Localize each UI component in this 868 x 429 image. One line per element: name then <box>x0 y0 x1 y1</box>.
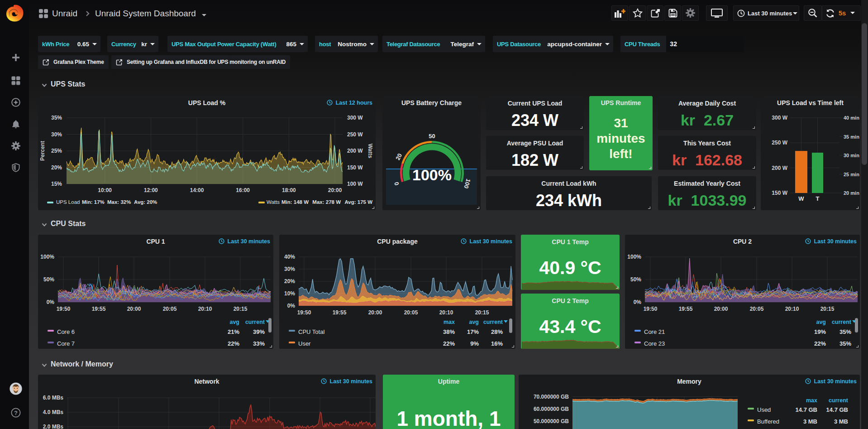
svg-text:20:10: 20:10 <box>439 309 453 316</box>
svg-text:20:05: 20:05 <box>163 306 177 312</box>
svg-text:Watts: Watts <box>367 144 373 159</box>
svg-text:avg: avg <box>229 319 239 325</box>
svg-text:19:50: 19:50 <box>57 306 71 312</box>
svg-text:Percent: Percent <box>39 141 46 161</box>
svg-text:50%: 50% <box>630 276 641 283</box>
svg-text:avg: avg <box>469 319 479 325</box>
svg-text:30%: 30% <box>284 266 295 272</box>
svg-text:20:15: 20:15 <box>820 306 835 312</box>
svg-text:20%: 20% <box>51 164 62 171</box>
svg-text:20:00: 20:00 <box>328 187 342 193</box>
svg-text:2.0 MBs: 2.0 MBs <box>43 424 64 429</box>
svg-text:Avg: 20%: Avg: 20% <box>134 199 157 205</box>
svg-text:35%: 35% <box>51 115 62 121</box>
svg-text:14:00: 14:00 <box>190 187 204 193</box>
svg-text:UPS Load: UPS Load <box>56 199 80 205</box>
svg-text:12:00: 12:00 <box>144 187 158 193</box>
svg-text:40 min: 40 min <box>844 115 859 121</box>
svg-text:20:15: 20:15 <box>234 306 248 312</box>
svg-text:19%: 19% <box>814 328 826 335</box>
svg-text:10:00: 10:00 <box>98 187 112 193</box>
svg-text:20:05: 20:05 <box>404 309 418 316</box>
svg-text:20 min: 20 min <box>844 190 859 196</box>
svg-text:4.0 MBs: 4.0 MBs <box>43 409 64 415</box>
svg-text:16%: 16% <box>491 340 503 347</box>
svg-text:Core 6: Core 6 <box>57 328 75 335</box>
svg-text:0%: 0% <box>634 299 642 305</box>
svg-text:current: current <box>245 319 265 325</box>
svg-text:?: ? <box>14 410 18 416</box>
svg-text:current: current <box>829 397 849 404</box>
svg-text:200 W: 200 W <box>347 148 363 154</box>
svg-text:21%: 21% <box>228 328 239 335</box>
svg-text:10%: 10% <box>284 290 295 297</box>
svg-text:3 MB: 3 MB <box>803 418 817 425</box>
svg-text:9%: 9% <box>470 340 479 347</box>
svg-text:30 min: 30 min <box>844 153 859 158</box>
svg-text:35%: 35% <box>839 340 851 347</box>
svg-text:28%: 28% <box>491 328 503 335</box>
svg-text:22%: 22% <box>443 340 455 347</box>
svg-text:14.7 GB: 14.7 GB <box>796 406 817 413</box>
svg-text:0%: 0% <box>47 299 55 305</box>
svg-text:22%: 22% <box>228 340 239 347</box>
svg-text:300 W: 300 W <box>772 115 787 121</box>
svg-text:38%: 38% <box>443 328 455 335</box>
svg-text:16:00: 16:00 <box>236 187 250 193</box>
svg-text:Min: 148 W: Min: 148 W <box>281 199 309 205</box>
svg-text:25%: 25% <box>51 148 62 154</box>
svg-text:Min: 17%: Min: 17% <box>82 199 105 205</box>
svg-text:20:10: 20:10 <box>785 306 799 312</box>
svg-text:150 W: 150 W <box>347 164 363 171</box>
svg-text:33%: 33% <box>253 340 265 347</box>
svg-text:20: 20 <box>394 152 403 161</box>
svg-text:19:55: 19:55 <box>333 309 347 316</box>
svg-text:19:55: 19:55 <box>92 306 106 312</box>
svg-text:0%: 0% <box>287 303 296 309</box>
svg-text:35%: 35% <box>839 328 851 335</box>
svg-text:50%: 50% <box>43 276 54 283</box>
svg-text:14.7 GB: 14.7 GB <box>826 406 848 413</box>
svg-text:20%: 20% <box>284 278 295 284</box>
svg-text:Max: 278 W: Max: 278 W <box>312 199 341 205</box>
svg-text:20:10: 20:10 <box>198 306 212 312</box>
svg-text:Watts: Watts <box>267 199 280 205</box>
svg-text:6.0 MBs: 6.0 MBs <box>43 395 64 401</box>
svg-text:25 min: 25 min <box>844 172 859 177</box>
svg-text:20:00: 20:00 <box>368 309 382 316</box>
svg-text:250 W: 250 W <box>772 140 787 146</box>
svg-text:20:00: 20:00 <box>714 306 728 312</box>
svg-text:100%: 100% <box>627 254 641 260</box>
svg-text:W: W <box>798 195 804 202</box>
svg-text:20:00: 20:00 <box>127 306 141 312</box>
svg-text:17%: 17% <box>467 328 479 335</box>
svg-text:70.000000 GB: 70.000000 GB <box>534 394 569 400</box>
svg-text:Used: Used <box>757 406 771 413</box>
svg-text:15%: 15% <box>51 181 62 187</box>
svg-text:35 min: 35 min <box>844 134 859 140</box>
svg-text:50.000000 GB: 50.000000 GB <box>534 418 569 424</box>
svg-text:max: max <box>806 397 817 404</box>
svg-text:100%: 100% <box>40 254 54 260</box>
svg-text:Avg: 175 W: Avg: 175 W <box>344 199 372 205</box>
svg-text:19:55: 19:55 <box>679 306 693 312</box>
svg-text:100%: 100% <box>412 166 452 183</box>
svg-text:User: User <box>298 340 311 347</box>
svg-text:Core 23: Core 23 <box>644 340 665 347</box>
svg-text:current: current <box>483 319 503 325</box>
svg-text:18:00: 18:00 <box>282 187 296 193</box>
svg-text:100 W: 100 W <box>347 181 363 187</box>
svg-text:Core 7: Core 7 <box>57 340 75 347</box>
svg-text:20:15: 20:15 <box>475 309 489 316</box>
svg-text:Core 21: Core 21 <box>644 328 665 335</box>
svg-text:300 W: 300 W <box>347 115 363 121</box>
svg-text:3 MB: 3 MB <box>834 418 848 425</box>
svg-text:19:50: 19:50 <box>297 309 311 316</box>
svg-text:200 W: 200 W <box>772 165 787 171</box>
svg-text:avg: avg <box>816 319 826 325</box>
svg-text:22%: 22% <box>814 340 826 347</box>
svg-text:250 W: 250 W <box>347 131 363 138</box>
svg-text:40%: 40% <box>284 254 295 260</box>
svg-text:50: 50 <box>429 133 435 140</box>
svg-text:60.000000 GB: 60.000000 GB <box>534 406 569 412</box>
